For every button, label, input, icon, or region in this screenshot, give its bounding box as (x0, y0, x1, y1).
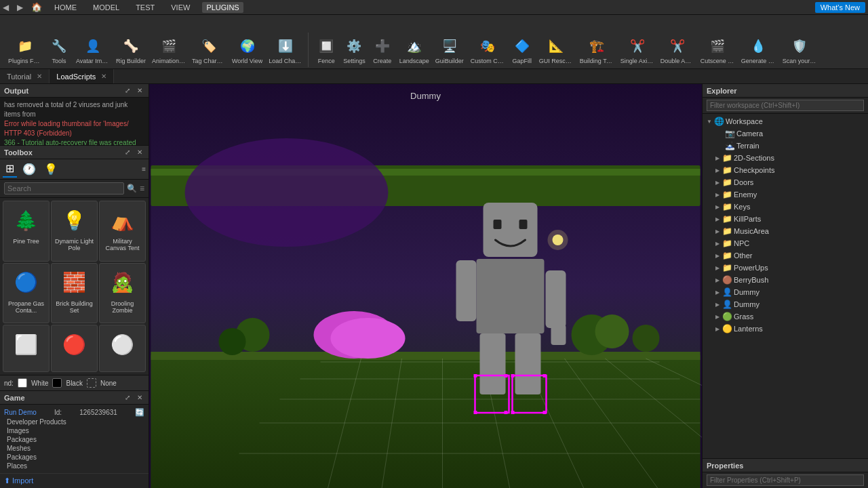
toolbar-btn-tag-character[interactable]: 🏷️ Tag Character (189, 34, 229, 66)
toolbar-btn-plugins-folder[interactable]: 📁 Plugins Folder (5, 34, 45, 66)
toolbar-btn-gui-rescaler[interactable]: 📐 GUI Rescaler (536, 34, 576, 66)
tree-item-terrain[interactable]: 🗻 Terrain (703, 140, 868, 152)
tree-item-dummy2[interactable]: ▶ 👤 Dummy (703, 298, 868, 310)
nav-icon-back[interactable]: ◀ (3, 3, 9, 12)
home-icon[interactable]: 🏠 (31, 2, 42, 12)
properties-filter-input[interactable] (707, 474, 864, 486)
toolbar-btn-settings[interactable]: ⚙️ Settings (340, 34, 368, 66)
swatch-none[interactable] (87, 378, 96, 388)
toolbox-menu-btn[interactable]: ≡ (142, 165, 146, 173)
toolbox-item-pine-tree[interactable]: 🌲 Pine Tree (3, 201, 50, 262)
tree-item-grass[interactable]: ▶ 🟢 Grass (703, 310, 868, 323)
menu-view[interactable]: VIEW (167, 2, 194, 13)
toolbox-item-8[interactable]: 🔴 (51, 325, 98, 372)
toolbox-item-light-pole[interactable]: 💡 Dynamic Light Pole (51, 201, 98, 262)
dummy2-icon: 👤 (722, 299, 732, 310)
toolbar-btn-landscape[interactable]: 🏔️ Landscape (397, 34, 432, 66)
toolbox-search-input[interactable] (4, 182, 124, 195)
game-packages[interactable]: Packages (4, 435, 144, 444)
game-packages2[interactable]: Packages (4, 453, 144, 462)
game-meshes[interactable]: Meshes (4, 444, 144, 453)
nav-icon-forward[interactable]: ▶ (17, 3, 23, 12)
toolbar-btn-load-character[interactable]: ⬇️ Load Character (266, 34, 305, 66)
game-images[interactable]: Images (4, 426, 144, 435)
toolbar-btn-fence[interactable]: 🔲 Fence (313, 34, 340, 66)
explorer-filter-input[interactable] (707, 100, 864, 111)
game-expand-btn[interactable]: ⤢ (123, 393, 132, 403)
toolbox-expand-btn[interactable]: ⤢ (123, 148, 132, 157)
tree-item-other[interactable]: ▶ 📁 Other (703, 249, 868, 262)
tree-item-musicarea[interactable]: ▶ 📁 MusicArea (703, 225, 868, 237)
menu-home[interactable]: HOME (50, 2, 81, 13)
toolbox-item-brick[interactable]: 🧱 Brick Building Set (51, 263, 98, 324)
toolbar-btn-world-view[interactable]: 🌍 World View (229, 34, 265, 66)
gui-builder-label: GuiBuilder (435, 58, 464, 64)
toolbar-btn-gapfill[interactable]: 🔷 GapFill (509, 34, 536, 66)
dummy2-label: Dummy (734, 300, 760, 308)
swatch-black[interactable] (52, 378, 62, 388)
tab-loadscripts[interactable]: LoadScripts ✕ (50, 69, 114, 83)
whats-new-button[interactable]: What's New (815, 2, 865, 13)
toolbar-btn-waterfall[interactable]: 💧 Generate Waterfall (738, 34, 778, 66)
tree-item-workspace[interactable]: ▼ 🌐 Workspace (703, 115, 868, 127)
toolbar-btn-cutscene[interactable]: 🎬 Cutscene Edit (698, 34, 737, 66)
game-dev-products[interactable]: Developer Products (4, 418, 144, 426)
svg-rect-28 (480, 333, 506, 394)
toolbar-btn-custom-char[interactable]: 🎭 Custom Character Creator (467, 34, 508, 66)
toolbar-btn-rig-builder[interactable]: 🦴 Rig Builder (113, 34, 149, 66)
game-import-btn[interactable]: ⬆ Import (4, 476, 33, 485)
output-expand-btn[interactable]: ⤢ (123, 86, 132, 96)
tree-item-enemy[interactable]: ▶ 📁 Enemy (703, 188, 868, 201)
menu-model[interactable]: MODEL (89, 2, 123, 13)
toolbox-tab-recent[interactable]: 🕐 (20, 161, 39, 177)
toolbox-tab-featured[interactable]: 💡 (41, 161, 60, 177)
output-close-btn[interactable]: ✕ (135, 86, 144, 96)
toolbar-btn-tools[interactable]: 🔧 Tools (45, 34, 73, 66)
menu-test[interactable]: TEST (132, 2, 159, 13)
output-content: has removed a total of 2 viruses and jun… (0, 98, 149, 145)
toolbar-btn-animation-editor[interactable]: 🎬 Animation Editor (149, 34, 189, 66)
menu-plugins[interactable]: PLUGINS (202, 2, 243, 13)
right-panel: Explorer ▼ 🌐 Workspace 📷 Camera 🗻 Terrai (702, 84, 868, 488)
svg-rect-33 (505, 374, 508, 378)
toolbox-item-propane[interactable]: 🔵 Propane Gas Conta... (3, 263, 50, 324)
toolbar-btn-single-axis[interactable]: ✂️ Single Axis Cut (618, 34, 657, 66)
toolbox-filter-icon[interactable]: ≡ (140, 184, 144, 193)
toolbox-item-7[interactable]: ⬜ (3, 325, 50, 372)
toolbar-btn-avatar-importer[interactable]: 👤 Avatar Importer (73, 34, 113, 66)
tree-item-2dsections[interactable]: ▶ 📁 2D-Sections (703, 152, 868, 164)
tree-item-camera[interactable]: 📷 Camera (703, 127, 868, 140)
tab-loadscripts-close[interactable]: ✕ (101, 73, 106, 80)
tree-item-dummy1[interactable]: ▶ 👤 Dummy (703, 286, 868, 298)
toolbar-btn-create[interactable]: ➕ Create (369, 34, 396, 66)
game-places[interactable]: Places (4, 462, 144, 470)
tab-tutorial-close[interactable]: ✕ (37, 73, 42, 80)
swatch-white[interactable] (18, 378, 27, 388)
toolbar-btn-double-axis[interactable]: ✂️ Double Axis Cut (658, 34, 697, 66)
toolbar-btn-gui-builder[interactable]: 🖥️ GuiBuilder (433, 34, 467, 66)
tree-item-checkpoints[interactable]: ▶ 📁 Checkpoints (703, 164, 868, 176)
tree-item-lanterns[interactable]: ▶ 🟡 Lanterns (703, 323, 868, 335)
game-refresh-icon[interactable]: 🔄 (135, 408, 144, 417)
tree-item-killparts[interactable]: ▶ 📁 KillParts (703, 213, 868, 225)
toolbox-tab-grid[interactable]: ⊞ (3, 161, 17, 178)
dummy1-arrow: ▶ (713, 289, 722, 296)
game-close-btn[interactable]: ✕ (135, 393, 144, 403)
toolbar-btn-building-tools[interactable]: 🏗️ Building Tools by F3X (576, 34, 617, 66)
toolbox-item-tent[interactable]: ⛺ Military Canvas Tent (99, 201, 146, 262)
game-run-demo[interactable]: Run Demo (4, 409, 37, 416)
tree-item-berrybush[interactable]: ▶ 🟤 BerryBush (703, 274, 868, 286)
toolbox-item-zombie[interactable]: 🧟 Drooling Zombie (99, 263, 146, 324)
tree-item-npc[interactable]: ▶ 📁 NPC (703, 237, 868, 249)
toolbar-btn-scan[interactable]: 🛡️ Scan your game with Ro-Defender (779, 34, 820, 66)
tree-item-doors[interactable]: ▶ 📁 Doors (703, 176, 868, 188)
tree-item-keys[interactable]: ▶ 📁 Keys (703, 201, 868, 213)
item9-icon: ⚪ (106, 328, 139, 361)
tree-item-powerups[interactable]: ▶ 📁 PowerUps (703, 262, 868, 274)
toolbox-grid: 🌲 Pine Tree 💡 Dynamic Light Pole ⛺ Milit… (0, 198, 149, 375)
toolbox-item-9[interactable]: ⚪ (99, 325, 146, 372)
tab-tutorial[interactable]: Tutorial ✕ (0, 69, 50, 83)
toolbox-controls: ⤢ ✕ (123, 148, 144, 157)
toolbox-close-btn[interactable]: ✕ (135, 148, 144, 157)
svg-point-42 (633, 325, 660, 352)
